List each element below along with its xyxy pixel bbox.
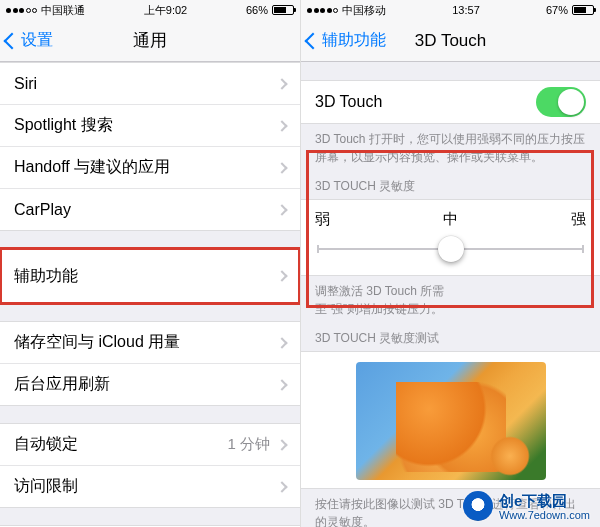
back-label: 辅助功能 xyxy=(322,30,386,51)
watermark: 创e下载园 Www.7edown.com xyxy=(463,491,590,521)
sensitivity-slider-block: 弱 中 强 xyxy=(301,199,600,276)
chevron-right-icon xyxy=(276,270,287,281)
row-label: Spotlight 搜索 xyxy=(14,115,113,136)
battery-icon xyxy=(572,5,594,15)
row-handoff[interactable]: Handoff 与建议的应用 xyxy=(0,146,300,189)
chevron-right-icon xyxy=(276,78,287,89)
back-button[interactable]: 设置 xyxy=(6,30,53,51)
battery-percent: 67% xyxy=(546,4,568,16)
test-image-row xyxy=(301,351,600,489)
test-header: 3D TOUCH 灵敏度测试 xyxy=(301,324,600,351)
chevron-left-icon xyxy=(305,32,322,49)
battery-percent: 66% xyxy=(246,4,268,16)
row-accessibility[interactable]: 辅助功能 xyxy=(0,248,300,304)
row-detail: 1 分钟 xyxy=(227,435,270,454)
slider-label-low: 弱 xyxy=(315,210,330,229)
row-label: 辅助功能 xyxy=(14,266,78,287)
row-restrictions[interactable]: 访问限制 xyxy=(0,465,300,508)
status-bar-left: 中国联通 上午9:02 66% xyxy=(0,0,300,20)
chevron-left-icon xyxy=(4,32,21,49)
row-carplay[interactable]: CarPlay xyxy=(0,188,300,231)
chevron-right-icon xyxy=(276,337,287,348)
row-label: Siri xyxy=(14,75,37,93)
row-auto-lock[interactable]: 自动锁定1 分钟 xyxy=(0,423,300,466)
nav-bar-left: 设置 通用 xyxy=(0,20,300,62)
row-background-refresh[interactable]: 后台应用刷新 xyxy=(0,363,300,406)
slider-label-mid: 中 xyxy=(443,210,458,229)
status-bar-right: 中国移动 13:57 67% xyxy=(301,0,600,20)
chevron-right-icon xyxy=(276,379,287,390)
settings-list: Siri Spotlight 搜索 Handoff 与建议的应用 CarPlay… xyxy=(0,62,300,527)
threed-touch-list: 3D Touch 3D Touch 打开时，您可以使用强弱不同的压力按压屏幕，以… xyxy=(301,62,600,527)
sensitivity-header: 3D TOUCH 灵敏度 xyxy=(301,172,600,199)
watermark-name: 创e下载园 xyxy=(499,492,567,509)
slider-label-high: 强 xyxy=(571,210,586,229)
carrier-label: 中国移动 xyxy=(342,3,386,18)
watermark-url: Www.7edown.com xyxy=(499,509,590,521)
test-flower-image[interactable] xyxy=(356,362,546,480)
chevron-right-icon xyxy=(276,439,287,450)
chevron-right-icon xyxy=(276,120,287,131)
row-3dtouch-toggle[interactable]: 3D Touch xyxy=(301,80,600,124)
left-phone: 中国联通 上午9:02 66% 设置 通用 Siri Spotlight 搜索 … xyxy=(0,0,300,527)
row-label: 后台应用刷新 xyxy=(14,374,110,395)
watermark-ie-icon xyxy=(463,491,493,521)
chevron-right-icon xyxy=(276,204,287,215)
row-label: 储存空间与 iCloud 用量 xyxy=(14,332,180,353)
right-phone: 中国移动 13:57 67% 辅助功能 3D Touch 3D Touch 3D… xyxy=(300,0,600,527)
toggle-label: 3D Touch xyxy=(315,93,382,111)
row-spotlight[interactable]: Spotlight 搜索 xyxy=(0,104,300,147)
nav-title: 通用 xyxy=(133,29,167,52)
signal-dots-icon xyxy=(6,8,37,13)
nav-bar-right: 辅助功能 3D Touch xyxy=(301,20,600,62)
clock: 13:57 xyxy=(452,4,480,16)
switch-on[interactable] xyxy=(536,87,586,117)
signal-dots-icon xyxy=(307,8,338,13)
row-storage[interactable]: 储存空间与 iCloud 用量 xyxy=(0,321,300,364)
battery-icon xyxy=(272,5,294,15)
row-label: CarPlay xyxy=(14,201,71,219)
nav-title: 3D Touch xyxy=(415,31,487,51)
row-label: Handoff 与建议的应用 xyxy=(14,157,170,178)
row-label: 访问限制 xyxy=(14,476,78,497)
row-label: 自动锁定 xyxy=(14,434,78,455)
sensitivity-description: 调整激活 3D Touch 所需 至“强”则增加按键压力。 xyxy=(301,276,600,324)
sensitivity-slider[interactable] xyxy=(315,239,586,259)
back-button[interactable]: 辅助功能 xyxy=(307,30,386,51)
chevron-right-icon xyxy=(276,481,287,492)
slider-thumb[interactable] xyxy=(438,236,464,262)
row-siri[interactable]: Siri xyxy=(0,62,300,105)
clock: 上午9:02 xyxy=(144,3,187,18)
chevron-right-icon xyxy=(276,162,287,173)
back-label: 设置 xyxy=(21,30,53,51)
toggle-description: 3D Touch 打开时，您可以使用强弱不同的压力按压屏幕，以显示内容预览、操作… xyxy=(301,124,600,172)
carrier-label: 中国联通 xyxy=(41,3,85,18)
